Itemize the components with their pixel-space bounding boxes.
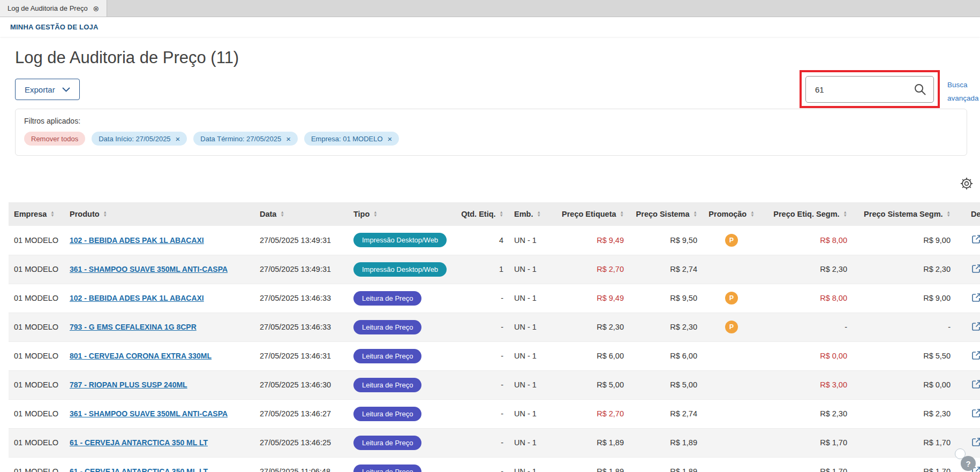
cell-preco_etiqueta: R$ 9,49: [549, 284, 629, 313]
remove-filter-icon[interactable]: ×: [388, 135, 393, 143]
filter-chip-label: Data Término: 27/05/2025: [200, 135, 281, 143]
sort-icon[interactable]: ▲▼: [537, 211, 540, 218]
sort-icon[interactable]: ▲▼: [620, 211, 624, 218]
export-label: Exportar: [25, 85, 55, 94]
filter-chip[interactable]: Empresa: 01 MODELO×: [304, 132, 399, 146]
column-header-emb[interactable]: Emb.▲▼: [509, 202, 549, 226]
sort-icon[interactable]: ▲▼: [103, 211, 107, 218]
sort-icon[interactable]: ▲▼: [693, 211, 697, 218]
sort-icon[interactable]: ▲▼: [50, 211, 54, 218]
column-header-preco_etiq_segm[interactable]: Preço Etiq. Segm.▲▼: [760, 202, 853, 226]
cell-preco_sistema_segm: R$ 9,00: [853, 226, 956, 255]
product-link[interactable]: 793 - G EMS CEFALEXINA 1G 8CPR: [70, 323, 197, 331]
details-external-link-icon[interactable]: [971, 408, 980, 418]
details-external-link-icon[interactable]: [971, 379, 980, 390]
column-label: Preço Sistema Segm.: [864, 210, 943, 218]
sort-icon[interactable]: ▲▼: [947, 211, 951, 218]
cell-emb: UN - 1: [509, 428, 549, 457]
column-header-preco_sistema_segm[interactable]: Preço Sistema Segm.▲▼: [853, 202, 956, 226]
sort-icon[interactable]: ▲▼: [843, 211, 847, 218]
cell-preco_etiqueta: R$ 5,00: [549, 370, 629, 399]
table-row: 01 MODELO361 - SHAMPOO SUAVE 350ML ANTI-…: [9, 255, 980, 284]
product-link[interactable]: 361 - SHAMPOO SUAVE 350ML ANTI-CASPA: [70, 409, 228, 418]
product-link[interactable]: 102 - BEBIDA ADES PAK 1L ABACAXI: [70, 236, 204, 245]
column-header-promocao[interactable]: Promoção▲▼: [703, 202, 760, 226]
cell-qtd: -: [455, 399, 509, 428]
details-external-link-icon[interactable]: [971, 437, 980, 447]
cell-promocao: P: [703, 226, 760, 255]
sort-icon[interactable]: ▲▼: [280, 211, 284, 218]
cell-preco_etiq_segm: R$ 1,70: [760, 457, 853, 472]
column-header-preco_etiqueta[interactable]: Preço Etiqueta▲▼: [549, 202, 629, 226]
cell-preco_sistema_segm: R$ 0,00: [853, 370, 956, 399]
filter-chip[interactable]: Data Término: 27/05/2025×: [193, 132, 298, 146]
audit-table: Empresa▲▼Produto▲▼Data▲▼Tipo▲▼Qtd. Etiq.…: [9, 202, 980, 472]
cell-produto: 793 - G EMS CEFALEXINA 1G 8CPR: [64, 313, 254, 341]
product-link[interactable]: 801 - CERVEJA CORONA EXTRA 330ML: [70, 352, 212, 360]
cell-data: 27/05/2025 13:49:31: [254, 255, 348, 284]
product-link[interactable]: 61 - CERVEJA ANTARCTICA 350 ML LT: [70, 438, 208, 447]
product-link[interactable]: 361 - SHAMPOO SUAVE 350ML ANTI-CASPA: [70, 265, 228, 273]
product-link[interactable]: 61 - CERVEJA ANTARCTICA 350 ML LT: [70, 467, 208, 472]
cell-tipo: Leitura de Preço: [348, 457, 455, 472]
cell-empresa: 01 MODELO: [9, 284, 64, 313]
sort-icon[interactable]: ▲▼: [373, 211, 377, 218]
details-external-link-icon[interactable]: [971, 234, 980, 245]
filter-chips-row: Remover todos Data Início: 27/05/2025×Da…: [24, 132, 958, 146]
export-button[interactable]: Exportar: [15, 79, 80, 100]
audit-table-container: Empresa▲▼Produto▲▼Data▲▼Tipo▲▼Qtd. Etiq.…: [9, 202, 980, 472]
column-header-qtd[interactable]: Qtd. Etiq.▲▼: [455, 202, 509, 226]
cell-preco_etiqueta: R$ 2,70: [549, 399, 629, 428]
details-external-link-icon[interactable]: [971, 350, 980, 361]
column-header-empresa[interactable]: Empresa▲▼: [9, 202, 64, 226]
table-body: 01 MODELO102 - BEBIDA ADES PAK 1L ABACAX…: [9, 226, 980, 472]
cell-empresa: 01 MODELO: [9, 428, 64, 457]
remove-filter-icon[interactable]: ×: [286, 135, 291, 143]
cell-preco_etiq_segm: R$ 1,70: [760, 428, 853, 457]
cell-data: 27/05/2025 11:06:48: [254, 457, 348, 472]
product-link[interactable]: 787 - RIOPAN PLUS SUSP 240ML: [70, 380, 187, 389]
breadcrumb[interactable]: MINHA GESTÃO DE LOJA: [10, 23, 99, 31]
filter-chip-label: Data Início: 27/05/2025: [99, 135, 170, 143]
column-header-tipo[interactable]: Tipo▲▼: [348, 202, 455, 226]
tab-close-icon[interactable]: ⊗: [93, 4, 100, 13]
column-label: Data: [260, 210, 276, 218]
cell-promocao: [703, 428, 760, 457]
search-icon[interactable]: [914, 83, 926, 96]
cell-produto: 61 - CERVEJA ANTARCTICA 350 ML LT: [64, 428, 254, 457]
cell-data: 27/05/2025 13:46:27: [254, 399, 348, 428]
column-header-data[interactable]: Data▲▼: [254, 202, 348, 226]
cell-emb: UN - 1: [509, 313, 549, 341]
cell-emb: UN - 1: [509, 255, 549, 284]
product-link[interactable]: 102 - BEBIDA ADES PAK 1L ABACAXI: [70, 294, 204, 302]
column-header-produto[interactable]: Produto▲▼: [64, 202, 254, 226]
cell-preco_etiq_segm: R$ 8,00: [760, 284, 853, 313]
sort-icon[interactable]: ▲▼: [500, 211, 503, 218]
cell-empresa: 01 MODELO: [9, 457, 64, 472]
details-external-link-icon[interactable]: [971, 263, 980, 274]
sort-icon[interactable]: ▲▼: [750, 211, 754, 218]
remove-filter-icon[interactable]: ×: [176, 135, 180, 143]
details-external-link-icon[interactable]: [971, 292, 980, 303]
table-row: 01 MODELO102 - BEBIDA ADES PAK 1L ABACAX…: [9, 284, 980, 313]
cell-detalhes: [956, 255, 980, 284]
type-badge: Impressão Desktop/Web: [353, 233, 447, 247]
details-external-link-icon[interactable]: [971, 321, 980, 332]
type-badge: Leitura de Preço: [353, 291, 421, 306]
cell-qtd: -: [455, 370, 509, 399]
filter-chip-label: Empresa: 01 MODELO: [311, 135, 383, 143]
cell-empresa: 01 MODELO: [9, 255, 64, 284]
filter-chip[interactable]: Data Início: 27/05/2025×: [92, 132, 187, 146]
remove-all-filters-button[interactable]: Remover todos: [24, 132, 85, 146]
column-header-preco_sistema[interactable]: Preço Sistema▲▼: [629, 202, 703, 226]
advanced-search-link[interactable]: Busca avançada: [947, 78, 980, 105]
cell-preco_etiq_segm: R$ 3,00: [760, 370, 853, 399]
cell-preco_sistema_segm: R$ 2,30: [853, 255, 956, 284]
table-settings-gear-icon[interactable]: [960, 177, 974, 191]
table-row: 01 MODELO61 - CERVEJA ANTARCTICA 350 ML …: [9, 428, 980, 457]
help-button[interactable]: ?: [961, 456, 976, 471]
column-label: Tipo: [353, 210, 370, 218]
cell-data: 27/05/2025 13:46:25: [254, 428, 348, 457]
cell-promocao: P: [703, 313, 760, 341]
tab-log-auditoria-preco[interactable]: Log de Auditoria de Preço ⊗: [0, 0, 107, 17]
